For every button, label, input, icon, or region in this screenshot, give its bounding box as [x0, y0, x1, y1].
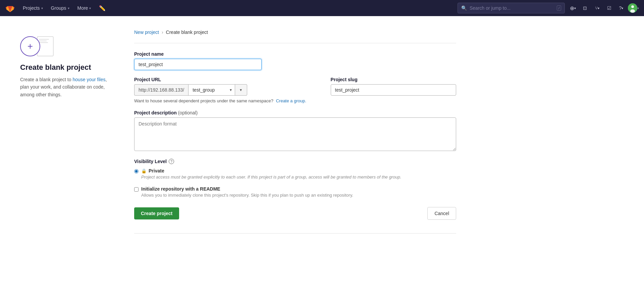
help-icon: ?: [619, 5, 622, 11]
merge-requests-button[interactable]: ⑂ ▾: [592, 3, 602, 13]
issues-icon: ⊡: [583, 5, 587, 11]
create-project-icon: +: [20, 36, 40, 56]
form-divider: [134, 43, 456, 43]
project-url-row: http://192.168.88.133/ test_group ▾ ▾: [134, 84, 247, 96]
url-namespace-wrapper: test_group ▾: [188, 84, 235, 96]
merge-request-icon: ⑂: [595, 5, 598, 11]
namespace-hint: Want to house several dependent projects…: [134, 98, 456, 103]
initialize-readme-group: Initialize repository with a README Allo…: [134, 186, 456, 198]
todo-button[interactable]: ☑: [604, 3, 614, 13]
sidebar-description: Create a blank project to house your fil…: [20, 76, 114, 98]
visibility-label: Visibility Level: [134, 159, 167, 164]
initialize-readme-hint: Allows you to immediately clone this pro…: [141, 193, 353, 198]
gitlab-logo-icon: [5, 3, 15, 13]
chevron-down-icon: ▾: [89, 6, 91, 10]
initialize-readme-option: Initialize repository with a README Allo…: [134, 186, 456, 198]
nav-projects-label: Projects: [23, 5, 40, 11]
project-description-group: Project description (optional): [134, 110, 456, 152]
breadcrumb: New project › Create blank project: [134, 30, 456, 35]
chevron-down-icon: ▾: [68, 6, 69, 10]
form-actions: Create project Cancel: [134, 207, 456, 220]
nav-more-label: More: [77, 5, 88, 11]
private-hint-text: Project access must be granted explicitl…: [141, 174, 401, 180]
breadcrumb-parent[interactable]: New project: [134, 30, 159, 35]
search-bar[interactable]: 🔍 /: [458, 3, 565, 13]
nav-projects[interactable]: Projects ▾: [20, 4, 46, 12]
nav-groups-label: Groups: [51, 5, 66, 11]
project-name-group: Project name: [134, 51, 456, 70]
namespace-hint-text: Want to house several dependent projects…: [134, 98, 273, 103]
search-icon: 🔍: [461, 5, 467, 11]
sidebar-title: Create blank project: [20, 63, 114, 72]
nav-groups[interactable]: Groups ▾: [48, 4, 72, 12]
doc-line-1: [39, 39, 49, 40]
breadcrumb-current: Create blank project: [166, 30, 208, 35]
url-dropdown-btn[interactable]: ▾: [235, 84, 247, 96]
project-description-textarea[interactable]: [134, 117, 456, 151]
create-group-link[interactable]: Create a group.: [276, 98, 306, 103]
plus-icon: ⊕: [570, 5, 574, 11]
optional-label: (optional): [178, 110, 198, 115]
visibility-label-row: Visibility Level ?: [134, 159, 456, 164]
project-icon-container: +: [20, 36, 114, 56]
doc-line-2: [39, 41, 47, 41]
doc-line-3: [39, 42, 48, 43]
project-slug-input[interactable]: [331, 84, 456, 96]
nav-pencil[interactable]: ✏️: [96, 4, 108, 13]
initialize-readme-checkbox[interactable]: [134, 187, 139, 192]
create-project-button[interactable]: Create project: [134, 207, 179, 219]
left-panel: + Create blank project Create a blank pr…: [20, 30, 114, 290]
navbar-icons: ⊕ ▾ ⊡ ⑂ ▾ ☑ ? ▾ ▾: [568, 3, 639, 13]
chevron-down-icon: ▾: [622, 6, 623, 10]
project-slug-group: Project slug: [331, 77, 456, 96]
visibility-private-option: 🔒 Private Project access must be granted…: [134, 168, 456, 180]
help-button[interactable]: ? ▾: [616, 3, 627, 13]
project-slug-label: Project slug: [331, 77, 456, 82]
initialize-readme-strong: Initialize repository with a README: [141, 186, 353, 192]
project-description-label: Project description (optional): [134, 110, 456, 115]
cancel-button[interactable]: Cancel: [427, 207, 456, 220]
private-label: Private: [149, 168, 164, 173]
issues-button[interactable]: ⊡: [580, 3, 590, 13]
chevron-down-icon: ▾: [598, 6, 599, 10]
project-name-label: Project name: [134, 51, 456, 57]
private-radio-label: 🔒 Private Project access must be granted…: [141, 168, 401, 180]
page-footer: [134, 233, 456, 234]
main-content: + Create blank project Create a blank pr…: [0, 16, 644, 303]
todo-icon: ☑: [607, 5, 611, 11]
lock-icon: 🔒: [141, 168, 147, 173]
nav-more[interactable]: More ▾: [75, 4, 94, 12]
breadcrumb-separator: ›: [162, 30, 163, 35]
avatar: [628, 3, 637, 13]
visibility-group: Visibility Level ? 🔒 Private Project acc…: [134, 159, 456, 180]
namespace-select[interactable]: test_group: [188, 84, 235, 96]
project-url-slug-row: Project URL http://192.168.88.133/ test_…: [134, 77, 456, 96]
search-input[interactable]: [470, 5, 554, 11]
right-panel: New project › Create blank project Proje…: [134, 30, 456, 290]
project-url-group: Project URL http://192.168.88.133/ test_…: [134, 77, 323, 96]
svg-point-1: [631, 5, 634, 8]
create-new-button[interactable]: ⊕ ▾: [568, 3, 578, 13]
chevron-down-icon: ▾: [41, 6, 43, 10]
slash-shortcut: /: [557, 5, 561, 11]
project-name-input[interactable]: [134, 59, 262, 70]
brand-logo[interactable]: [5, 3, 15, 13]
chevron-down-icon: ▾: [574, 6, 576, 10]
description-link[interactable]: house your files: [72, 77, 105, 82]
private-radio-input[interactable]: [134, 169, 139, 173]
navbar: Projects ▾ Groups ▾ More ▾ ✏️ 🔍 / ⊕ ▾ ⊡ …: [0, 0, 644, 16]
initialize-readme-label: Initialize repository with a README Allo…: [141, 186, 353, 198]
user-avatar-button[interactable]: ▾: [628, 3, 639, 13]
svg-point-2: [630, 9, 635, 13]
radio-group: 🔒 Private Project access must be granted…: [134, 168, 456, 180]
plus-circle-icon: +: [28, 41, 33, 52]
url-prefix: http://192.168.88.133/: [134, 84, 188, 96]
project-url-label: Project URL: [134, 77, 323, 82]
help-circle-icon[interactable]: ?: [169, 159, 174, 164]
chevron-down-icon: ▾: [637, 6, 639, 10]
